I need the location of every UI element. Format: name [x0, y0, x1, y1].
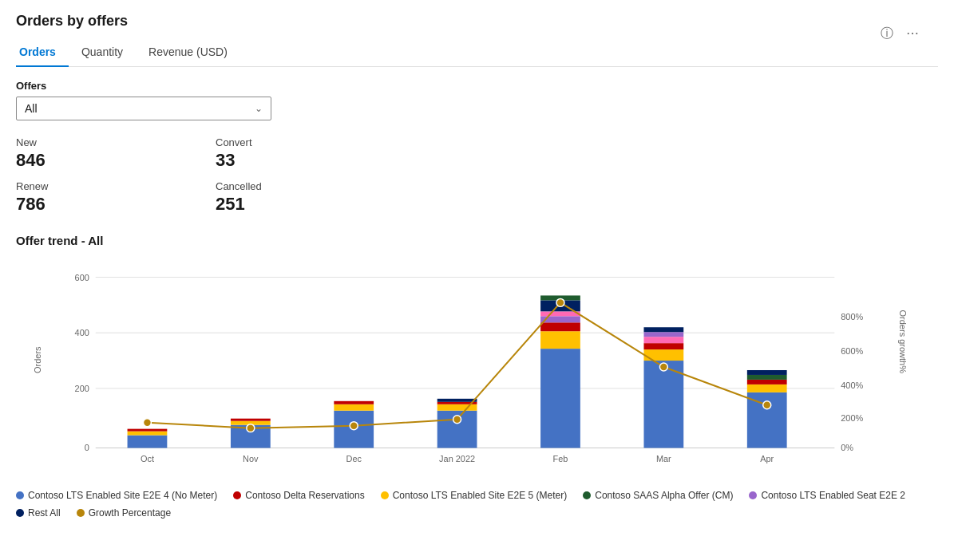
svg-text:Oct: Oct [141, 454, 154, 463]
svg-text:Dec: Dec [346, 454, 362, 463]
svg-text:600%: 600% [841, 346, 863, 356]
legend-label-6: Growth Percentage [89, 507, 171, 519]
legend-item-1: Contoso Delta Reservations [233, 490, 364, 501]
bar-dec-red [334, 401, 374, 404]
growth-dot-mar [659, 363, 667, 371]
chevron-down-icon: ⌄ [255, 103, 263, 114]
legend-item-3: Contoso SAAS Alpha Offer (CM) [583, 490, 733, 501]
svg-text:0%: 0% [841, 444, 853, 453]
info-icon[interactable]: ⓘ [881, 26, 897, 41]
metric-cancelled-label: Cancelled [216, 180, 415, 192]
legend-dot-5 [16, 509, 24, 517]
bar-jan-orange [437, 404, 477, 411]
metric-renew: Renew 786 [16, 180, 216, 215]
tab-quantity[interactable]: Quantity [78, 39, 136, 66]
svg-text:200: 200 [75, 384, 89, 393]
legend-dot-3 [583, 491, 591, 499]
bar-nov-red [231, 419, 271, 421]
metric-new-value: 846 [16, 150, 216, 171]
metric-new: New 846 [16, 136, 216, 171]
bar-apr-dark [747, 370, 787, 375]
tab-revenue[interactable]: Revenue (USD) [145, 39, 240, 66]
more-options-icon[interactable]: ⋯ [906, 26, 922, 41]
legend-item-5: Rest All [16, 507, 61, 519]
legend-label-3: Contoso SAAS Alpha Offer (CM) [595, 490, 733, 501]
bar-mar-pink [643, 337, 683, 343]
y-left-label: Orders [33, 346, 42, 373]
page-title: Orders by offers [16, 13, 938, 30]
metric-renew-value: 786 [16, 194, 216, 215]
legend-label-2: Contoso LTS Enabled Site E2E 5 (Meter) [393, 490, 568, 501]
chart-container: 0 200 400 600 0% 200% 400% 600% 800% Oct… [56, 257, 890, 480]
growth-dot-jan [453, 416, 461, 424]
svg-text:Mar: Mar [656, 454, 671, 463]
svg-text:0: 0 [85, 444, 89, 453]
svg-text:Jan 2022: Jan 2022 [439, 454, 475, 463]
bar-dec-orange [334, 404, 374, 411]
legend-dot-6 [77, 509, 85, 517]
bar-mar-red [643, 343, 683, 349]
legend-dot-2 [381, 491, 389, 499]
tab-orders[interactable]: Orders [16, 39, 69, 66]
svg-text:200%: 200% [841, 413, 863, 423]
offers-dropdown[interactable]: All ⌄ [16, 97, 271, 120]
bar-oct-blue [128, 436, 168, 448]
bar-mar-purple [643, 332, 683, 337]
bar-mar-dark [643, 327, 683, 332]
chart-title: Offer trend - All [16, 234, 938, 247]
growth-dot-feb [556, 298, 564, 306]
bar-mar-blue [643, 361, 683, 448]
offers-label: Offers [16, 80, 938, 92]
chart-wrapper: Orders Orders growth% 0 200 400 600 0% 2… [56, 257, 890, 480]
bar-apr-orange [747, 385, 787, 392]
svg-text:Nov: Nov [243, 454, 259, 463]
dropdown-value: All [25, 102, 38, 115]
legend-item-4: Contoso LTS Enabled Seat E2E 2 [749, 490, 905, 501]
svg-text:400: 400 [75, 328, 89, 337]
legend-item-6: Growth Percentage [77, 507, 171, 519]
chart-legend: Contoso LTS Enabled Site E2E 4 (No Meter… [16, 490, 938, 519]
legend-label-1: Contoso Delta Reservations [245, 490, 364, 501]
metric-cancelled: Cancelled 251 [216, 180, 415, 215]
legend-label-5: Rest All [28, 507, 61, 519]
legend-item-0: Contoso LTS Enabled Site E2E 4 (No Meter… [16, 490, 217, 501]
metric-cancelled-value: 251 [216, 194, 415, 215]
svg-text:Feb: Feb [553, 454, 568, 463]
bar-apr-red [747, 380, 787, 385]
svg-text:800%: 800% [841, 312, 863, 321]
legend-dot-1 [233, 491, 241, 499]
chart-svg: 0 200 400 600 0% 200% 400% 600% 800% Oct… [56, 257, 890, 480]
metrics-grid: New 846 Convert 33 Renew 786 Cancelled 2… [16, 136, 415, 215]
metric-new-label: New [16, 136, 216, 148]
growth-dot-apr [763, 401, 771, 409]
legend-dot-4 [749, 491, 757, 499]
bar-feb-red [540, 322, 580, 331]
growth-dot-nov [247, 424, 255, 432]
legend-dot-0 [16, 491, 24, 499]
header-icons: ⓘ ⋯ [881, 26, 922, 41]
legend-label-4: Contoso LTS Enabled Seat E2E 2 [761, 490, 905, 501]
growth-dot-oct [143, 419, 151, 427]
svg-text:600: 600 [75, 273, 89, 282]
metric-convert: Convert 33 [216, 136, 415, 171]
growth-dot-dec [350, 422, 358, 430]
bar-oct-red [128, 429, 168, 432]
bar-apr-green [747, 375, 787, 380]
y-right-label: Orders growth% [897, 310, 907, 373]
metric-convert-label: Convert [216, 136, 415, 148]
bar-jan-dark [437, 399, 477, 402]
metric-renew-label: Renew [16, 180, 216, 192]
tab-bar: Orders Quantity Revenue (USD) [16, 39, 938, 67]
bar-feb-orange [540, 331, 580, 349]
svg-text:Apr: Apr [760, 454, 774, 463]
bar-feb-blue [540, 349, 580, 448]
bar-oct-orange [128, 432, 168, 436]
legend-item-2: Contoso LTS Enabled Site E2E 5 (Meter) [381, 490, 568, 501]
svg-text:400%: 400% [841, 381, 863, 390]
legend-label-0: Contoso LTS Enabled Site E2E 4 (No Meter… [28, 490, 217, 501]
metric-convert-value: 33 [216, 150, 415, 171]
chart-section: Offer trend - All Orders Orders growth% … [16, 234, 938, 519]
